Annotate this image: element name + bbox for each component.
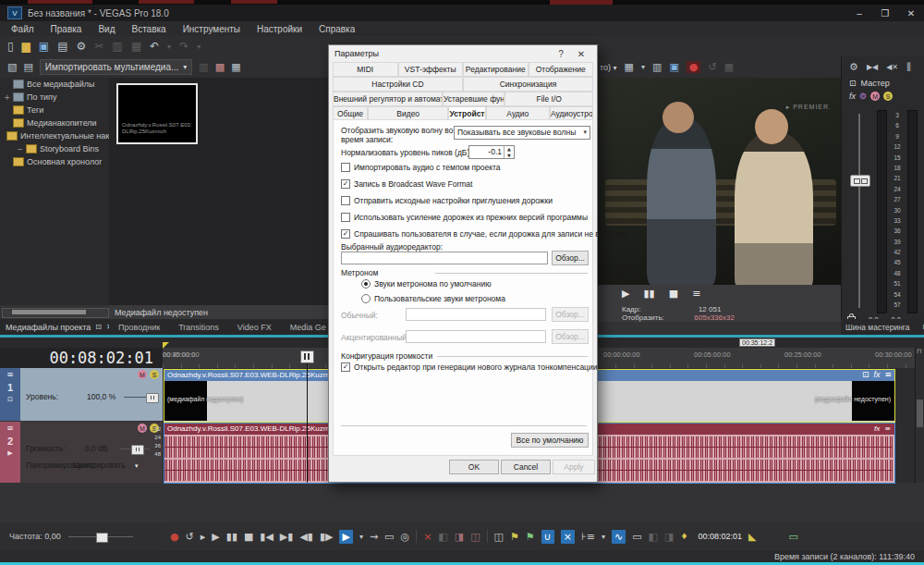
transport-time[interactable]: 00:08:02:01: [698, 532, 742, 541]
cancel-button[interactable]: Cancel: [501, 460, 551, 474]
master-fader-handle[interactable]: [850, 175, 870, 187]
extract-audio-icon[interactable]: ▩: [215, 61, 225, 73]
paste-icon[interactable]: ▦: [131, 40, 141, 53]
menu-item[interactable]: Правка: [43, 23, 90, 35]
playhead-line[interactable]: [307, 351, 308, 483]
menu-item[interactable]: Файл: [4, 23, 42, 35]
track1-header[interactable]: ≡ 1 ⊡ M S Уровень: 100,0 %: [0, 368, 163, 421]
event-fx-icon[interactable]: fx: [873, 370, 880, 379]
preview-pause-icon[interactable]: ▮▮: [644, 288, 655, 300]
media-properties-icon[interactable]: ▤: [23, 61, 32, 73]
lock-envelopes-icon[interactable]: ◫: [494, 531, 504, 543]
menu-item[interactable]: Справка: [311, 23, 362, 35]
dialog-tab[interactable]: Редактирование: [463, 62, 529, 77]
mute-icon[interactable]: M: [870, 92, 880, 101]
loop-region-marker[interactable]: [163, 342, 169, 349]
media-bin-item[interactable]: Интеллектуальные нак: [0, 129, 109, 142]
media-bin-item[interactable]: − Storyboard Bins: [0, 142, 109, 155]
checkbox-icon[interactable]: [341, 196, 350, 205]
menu-item[interactable]: Инструменты: [176, 23, 248, 35]
group-ignore-icon[interactable]: ▭: [632, 531, 641, 543]
open-project-icon[interactable]: ▆: [22, 40, 30, 53]
float-window-icon[interactable]: ⊡: [95, 323, 102, 331]
event-menu-icon[interactable]: ≡: [884, 424, 891, 435]
checkbox-row[interactable]: Отправить исходные настройки приглушения…: [341, 196, 553, 205]
pan-dropdown-icon[interactable]: ▾: [135, 462, 139, 470]
redo-icon[interactable]: ↷: [179, 40, 188, 53]
track2-header[interactable]: ≡ 2 ▶ M S Громкость: 0,0 dB Панорамирова…: [0, 422, 163, 483]
media-bin-item[interactable]: + По типу: [0, 91, 109, 104]
dialog-help-button[interactable]: ?: [551, 49, 571, 59]
play-from-start-icon[interactable]: ▸: [201, 531, 206, 543]
pause-icon[interactable]: ▮▮: [226, 531, 237, 543]
menu-item[interactable]: Вставка: [124, 23, 173, 35]
region-icon[interactable]: ⚑: [526, 531, 535, 543]
media-thumbnail[interactable]: Odnazhdy.v.Rossii.S07.E03.WEB-DLRip.25Ku…: [116, 83, 198, 144]
loop-icon[interactable]: ↺: [186, 531, 194, 543]
project-media-window-tab[interactable]: Медиафайлы проекта ⊡ ✕: [0, 319, 115, 335]
dock-tab[interactable]: Проводник: [109, 323, 169, 332]
dialog-tab[interactable]: Синхронизация: [463, 77, 593, 92]
track2-menu-icon[interactable]: ≡: [6, 424, 14, 433]
dialog-tab[interactable]: Настройки CD: [333, 77, 463, 92]
frequency-slider[interactable]: [68, 536, 133, 537]
tree-expand-icon[interactable]: +: [4, 93, 10, 102]
dialog-close-button[interactable]: ✕: [571, 49, 591, 59]
import-media-button[interactable]: Импортировать мультимедиа... ▾: [40, 59, 193, 75]
mixer-icon[interactable]: ⫼: [906, 61, 911, 73]
split-icon[interactable]: ◫: [470, 531, 480, 543]
import-dropdown-icon[interactable]: ▾: [183, 63, 187, 71]
record-mic-icon[interactable]: ●: [170, 531, 179, 543]
media-bin-item[interactable]: Медианакопители: [0, 117, 109, 129]
preferences-dialog[interactable]: Параметры ? ✕ MIDIVST-эффектыРедактирова…: [328, 44, 598, 483]
track1-mute-icon[interactable]: M: [138, 370, 147, 379]
scrollbar-thumb[interactable]: [917, 399, 923, 427]
record-icon[interactable]: ●: [687, 61, 701, 73]
checkbox-row[interactable]: ✓ Запись в Broadcast Wave Format: [341, 179, 472, 189]
project-properties-icon[interactable]: ▤: [57, 40, 67, 53]
overlays-dropdown-icon[interactable]: ▾: [641, 63, 645, 71]
trim-start-icon[interactable]: ◧: [438, 531, 447, 543]
overlays-grid-icon[interactable]: ▦: [625, 61, 634, 73]
defaults-button[interactable]: Все по умолчанию: [511, 433, 589, 448]
tree-expand-icon[interactable]: −: [17, 145, 23, 154]
dialog-tab[interactable]: Отображение: [529, 62, 594, 77]
get-media-icon[interactable]: ▦: [231, 61, 240, 73]
automation-gear-icon[interactable]: ⚙: [859, 92, 867, 101]
selection-tool-icon[interactable]: ▭: [384, 531, 394, 543]
event-pan-crop-icon[interactable]: ⊡: [862, 370, 869, 379]
dock-tab[interactable]: Media Ge: [281, 323, 335, 332]
capture-icon[interactable]: ▥: [199, 61, 208, 73]
master-square-icon[interactable]: ⊡: [849, 79, 857, 88]
editor-input[interactable]: [341, 252, 548, 264]
cut-icon[interactable]: ✂: [94, 40, 103, 53]
slide-icon[interactable]: ◨: [664, 531, 674, 543]
master-bus-tab[interactable]: Шина мастеринга ⊡: [841, 319, 924, 335]
edit-tool-icon[interactable]: ▶: [339, 530, 352, 544]
track1-solo-icon[interactable]: S: [150, 370, 159, 379]
normalize-spinner[interactable]: -0.1 ▲▼: [468, 145, 515, 159]
solo-icon[interactable]: S: [883, 92, 893, 101]
ok-button[interactable]: OK: [449, 460, 499, 474]
timeline-vertical-scrollbar[interactable]: ⊓: [915, 348, 924, 483]
trim-end-icon[interactable]: ◨: [455, 531, 464, 543]
spin-down-icon[interactable]: ▼: [505, 153, 514, 159]
timeline-time-display[interactable]: 00:08:02:01: [0, 348, 163, 368]
dock-tab[interactable]: Video FX: [228, 323, 281, 332]
playhead-handle[interactable]: [300, 350, 314, 363]
marker-icon[interactable]: ⚑: [510, 531, 519, 543]
delete-icon[interactable]: ×: [423, 531, 432, 543]
preview-quality-dropdown[interactable]: то) ▾: [600, 63, 617, 72]
slip-icon[interactable]: ◧: [649, 531, 658, 543]
new-project-icon[interactable]: ▯: [7, 40, 14, 53]
envelope-lock-icon[interactable]: ∿: [612, 530, 626, 544]
dialog-tab[interactable]: VST-эффекты: [398, 62, 464, 77]
media-bin-item[interactable]: Все медиафайлы: [0, 78, 109, 91]
dialog-tab[interactable]: File I/O: [505, 92, 593, 106]
frame-back-icon[interactable]: ◀▮: [299, 531, 313, 543]
loop-region-icon[interactable]: ▭: [789, 531, 798, 543]
dialog-tab[interactable]: Внешний регулятор и автоматизац: [333, 92, 443, 106]
checkbox-icon[interactable]: [341, 213, 350, 222]
frame-forward-icon[interactable]: ▮▶: [320, 531, 334, 543]
menu-item[interactable]: Настройки: [249, 23, 310, 35]
